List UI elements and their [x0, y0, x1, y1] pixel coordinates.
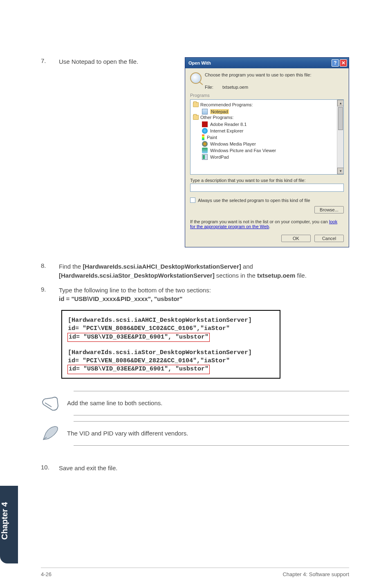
code-line-highlight: id= "USB\VID_03EE&PID_6901", "usbstor" — [68, 333, 209, 341]
file-name: txtsetup.oem — [222, 85, 248, 90]
program-list[interactable]: Recommended Programs: Notepad Other Prog… — [190, 99, 344, 175]
choose-text: Choose the program you want to use to op… — [205, 72, 312, 77]
wpfv-icon — [202, 148, 208, 153]
group-recommended: Recommended Programs: — [193, 102, 343, 107]
note-1: Add the same line to both sections. — [74, 391, 349, 415]
cancel-button[interactable]: Cancel — [314, 235, 344, 242]
note-1-text: Add the same line to both sections. — [67, 399, 162, 406]
code-line: [HardwareIds.scsi.iaAHCI_DesktopWorkstat… — [68, 316, 274, 325]
programs-label: Programs — [190, 93, 344, 98]
footer: 4-26 Chapter 4: Software support — [41, 568, 349, 577]
step-10-num: 10. — [41, 464, 59, 473]
step-9-num: 9. — [41, 286, 59, 304]
code-box: [HardwareIds.scsi.iaAHCI_DesktopWorkstat… — [61, 310, 280, 379]
dialog-titlebar: Open With ? ✕ — [185, 58, 349, 68]
program-wmp[interactable]: Windows Media Player — [193, 141, 343, 147]
page-number: 4-26 — [41, 571, 52, 577]
description-input[interactable] — [190, 184, 344, 192]
type-hint: Type a description that you want to use … — [190, 178, 344, 183]
group-other: Other Programs: — [193, 115, 343, 120]
scroll-thumb[interactable] — [338, 107, 343, 130]
scroll-up-button[interactable]: ▴ — [337, 100, 344, 106]
scroll-down-button[interactable]: ▾ — [337, 168, 344, 174]
file-label: File: — [205, 85, 221, 90]
step-7-num: 7. — [41, 57, 59, 66]
program-notepad[interactable]: Notepad — [193, 108, 343, 115]
code-line: [HardwareIds.scsi.iaStor_DesktopWorkstat… — [68, 349, 274, 357]
step-8: 8. Find the [HardwareIds.scsi.iaAHCI_Des… — [41, 262, 349, 280]
file-line: File: txtsetup.oem — [205, 85, 344, 90]
code-line-highlight: id= "USB\VID_03EE&PID_6901", "usbstor" — [68, 365, 209, 373]
step-10: 10. Save and exit the file. — [41, 464, 349, 473]
program-paint[interactable]: Paint — [193, 134, 343, 141]
notepad-icon — [202, 109, 208, 114]
folder-icon — [193, 115, 199, 120]
wordpad-icon — [202, 154, 208, 160]
open-with-dialog: Open With ? ✕ Choose the program you wan… — [185, 57, 349, 247]
step-7-text: Use Notepad to open the file. — [59, 57, 181, 66]
step-8-text: Find the [HardwareIds.scsi.iaAHCI_Deskto… — [59, 262, 349, 280]
chapter-tab: Chapter 4 — [0, 486, 18, 563]
step-10-text: Save and exit the file. — [59, 464, 349, 473]
step-7: 7. Use Notepad to open the file. — [41, 57, 181, 66]
always-checkbox[interactable] — [190, 197, 195, 203]
ie-icon — [202, 128, 208, 134]
ok-button[interactable]: OK — [281, 235, 311, 242]
program-wordpad[interactable]: WordPad — [193, 154, 343, 160]
adobe-icon — [202, 121, 208, 127]
weblink-row: If the program you want is not in the li… — [190, 219, 344, 229]
hand-icon — [41, 395, 60, 412]
browse-button[interactable]: Browse... — [314, 206, 344, 213]
code-line: id= "PCI\VEN_8086&DEV_2822&CC_0104","iaS… — [68, 357, 274, 365]
program-wpfv[interactable]: Windows Picture and Fax Viewer — [193, 147, 343, 154]
scrollbar[interactable]: ▴ ▾ — [337, 100, 343, 174]
magnifier-icon — [190, 72, 202, 84]
footer-title: Chapter 4: Software support — [282, 571, 349, 577]
program-adobe[interactable]: Adobe Reader 8.1 — [193, 121, 343, 128]
folder-icon — [193, 102, 199, 107]
code-line: id= "PCI\VEN_8086&DEV_1C02&CC_0106","iaS… — [68, 325, 274, 333]
dialog-title: Open With — [188, 61, 331, 65]
program-ie[interactable]: Internet Explorer — [193, 128, 343, 134]
help-button[interactable]: ? — [332, 59, 339, 67]
note-2-text: The VID and PID vary with different vend… — [67, 430, 188, 437]
close-button[interactable]: ✕ — [340, 59, 347, 67]
step-9: 9. Type the following line to the bottom… — [41, 286, 349, 304]
step-9-text: Type the following line to the bottom of… — [59, 286, 349, 304]
pen-icon — [41, 425, 60, 442]
always-label: Always use the selected program to open … — [198, 198, 310, 203]
wmp-icon — [202, 141, 208, 147]
step-8-num: 8. — [41, 262, 59, 280]
paint-icon — [202, 135, 204, 140]
note-2: The VID and PID vary with different vend… — [74, 421, 349, 446]
